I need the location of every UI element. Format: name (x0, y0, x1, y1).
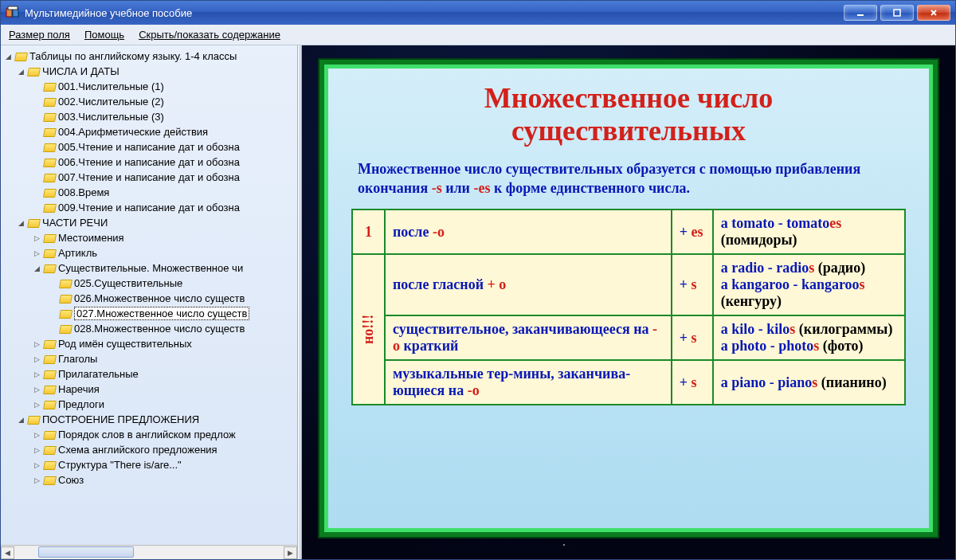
titlebar[interactable]: Мультимедийное учебное пособие (1, 1, 955, 25)
folder-icon (44, 249, 55, 258)
tree-scroll[interactable]: ◢Таблицы по английскому языку. 1-4 класс… (1, 45, 297, 545)
tree-item[interactable]: ▷Артикль (1, 245, 297, 260)
condition-cell: музыкальные тер-мины, заканчива-ющиеся н… (385, 360, 672, 405)
tree-item[interactable]: ▷Род имён существительных (1, 336, 297, 351)
scroll-right-button[interactable]: ▶ (284, 546, 297, 559)
tree-item[interactable]: 004.Арифметические действия (1, 124, 297, 139)
tree-item[interactable]: 008.Время (1, 185, 297, 200)
expand-icon[interactable]: ▷ (33, 233, 41, 242)
tree-item[interactable]: ▷Схема английского предложения (1, 442, 297, 457)
page-icon (60, 309, 71, 319)
suffix-cell: + s (672, 315, 713, 360)
suffix-cell: + s (672, 254, 713, 315)
menu-help[interactable]: Помощь (84, 29, 124, 41)
svg-rect-4 (894, 10, 900, 16)
tree-section-parts[interactable]: ◢ЧАСТИ РЕЧИ (1, 215, 297, 230)
scroll-left-button[interactable]: ◀ (1, 546, 14, 559)
expand-icon[interactable]: ▷ (33, 445, 41, 454)
table-row: существительное, заканчивающееся на -o к… (352, 315, 905, 360)
tree-item[interactable]: ▷Наречия (1, 382, 297, 397)
page-icon (44, 158, 55, 167)
expand-icon[interactable]: ▷ (33, 354, 41, 363)
close-button[interactable] (917, 5, 950, 21)
tree-item[interactable]: 002.Числительные (2) (1, 94, 297, 109)
tree-item[interactable]: 005.Чтение и написание дат и обозна (1, 139, 297, 155)
tree-item[interactable]: 028.Множественное число существ (1, 321, 297, 336)
tree-item[interactable]: 009.Чтение и написание дат и обозна (1, 200, 297, 215)
minimize-button[interactable] (844, 5, 877, 21)
page-icon (44, 97, 55, 107)
folder-icon (28, 218, 39, 228)
collapse-icon[interactable]: ◢ (17, 415, 25, 424)
svg-rect-3 (857, 14, 864, 16)
content-area: ◢Таблицы по английскому языку. 1-4 класс… (1, 45, 955, 559)
page-icon (44, 203, 55, 213)
collapse-icon[interactable]: ◢ (33, 264, 41, 272)
page-icon (60, 324, 71, 334)
suffix-cell: + es (672, 210, 713, 254)
app-icon (6, 6, 20, 20)
table-row: 1 после -o + es a tomato - tomatoes (пом… (352, 210, 905, 254)
main-panel: Множественное числосуществительных Множе… (302, 45, 955, 559)
tree-item[interactable]: 006.Чтение и написание дат и обозна (1, 155, 297, 170)
tree-item[interactable]: ▷Предлоги (1, 397, 297, 412)
collapse-icon[interactable]: ◢ (4, 52, 13, 61)
note-cell: но!!! (352, 254, 385, 405)
page-icon (44, 112, 55, 122)
page-icon (44, 188, 55, 198)
horizontal-scrollbar[interactable]: ◀ ▶ (1, 545, 297, 559)
scroll-thumb[interactable] (38, 546, 134, 558)
maximize-button[interactable] (880, 5, 914, 21)
expand-icon[interactable]: ▷ (33, 385, 41, 394)
suffix-cell: + s (672, 360, 713, 405)
expand-icon[interactable]: ▷ (33, 249, 41, 257)
tree-item[interactable]: 007.Чтение и написание дат и обозна (1, 170, 297, 185)
tree-item[interactable]: 003.Числительные (3) (1, 109, 297, 124)
tree-item[interactable]: 025.Существительные (1, 276, 297, 291)
tree-item[interactable]: ▷Глаголы (1, 351, 297, 366)
table-row: но!!! после гласной + o + s a radio - ra… (352, 254, 905, 315)
example-cell: a tomato - tomatoes (помидоры) (713, 210, 905, 254)
expand-icon[interactable]: ▷ (33, 476, 41, 484)
tree-item[interactable]: ▷Порядок слов в английском предлож (1, 427, 297, 442)
folder-icon (44, 430, 55, 440)
folder-icon (44, 445, 55, 455)
expand-icon[interactable]: ▷ (33, 339, 41, 348)
tree-item[interactable]: ▷Союз (1, 472, 297, 488)
condition-cell: после гласной + o (385, 254, 672, 315)
collapse-icon[interactable]: ◢ (17, 218, 25, 227)
tree-root[interactable]: ◢Таблицы по английскому языку. 1-4 класс… (1, 49, 297, 64)
tree-item-nouns[interactable]: ◢Существительные. Множественное чи (1, 260, 297, 276)
expand-icon[interactable]: ▷ (33, 430, 41, 439)
folder-icon (44, 339, 55, 349)
folder-icon (44, 460, 55, 470)
page-icon (44, 173, 55, 182)
tree-item[interactable]: ▷Структура "There is/are..." (1, 457, 297, 472)
folder-icon (44, 354, 55, 364)
tree-section-numbers[interactable]: ◢ЧИСЛА И ДАТЫ (1, 64, 297, 79)
tree-item[interactable]: 001.Числительные (1) (1, 79, 297, 94)
folder-icon (28, 415, 39, 425)
slide: Множественное числосуществительных Множе… (319, 60, 938, 537)
tree-item-selected[interactable]: 027.Множественное число существ (1, 306, 297, 321)
collapse-icon[interactable]: ◢ (17, 67, 25, 76)
condition-cell: существительное, заканчивающееся на -o к… (385, 315, 672, 360)
scroll-track[interactable] (14, 546, 284, 559)
folder-icon (44, 400, 55, 409)
window-title: Мультимедийное учебное пособие (25, 7, 844, 19)
menubar: Размер поля Помощь Скрыть/показать содер… (1, 25, 955, 45)
tree-item[interactable]: ▷Прилагательные (1, 366, 297, 382)
expand-icon[interactable]: ▷ (33, 370, 41, 378)
folder-icon (15, 52, 26, 61)
example-cell: a kilo - kilos (килограммы) a photo - ph… (713, 315, 905, 360)
tree-item[interactable]: 026.Множественное число существ (1, 291, 297, 306)
page-icon (44, 127, 55, 137)
tree-section-sentence[interactable]: ◢ПОСТРОЕНИЕ ПРЕДЛОЖЕНИЯ (1, 412, 297, 427)
menu-field-size[interactable]: Размер поля (9, 29, 70, 41)
svg-rect-2 (8, 6, 18, 10)
tree-item[interactable]: ▷Местоимения (1, 230, 297, 245)
menu-toggle-toc[interactable]: Скрыть/показать содержание (139, 29, 280, 41)
expand-icon[interactable]: ▷ (33, 460, 41, 469)
folder-icon (28, 67, 39, 76)
expand-icon[interactable]: ▷ (33, 400, 41, 409)
